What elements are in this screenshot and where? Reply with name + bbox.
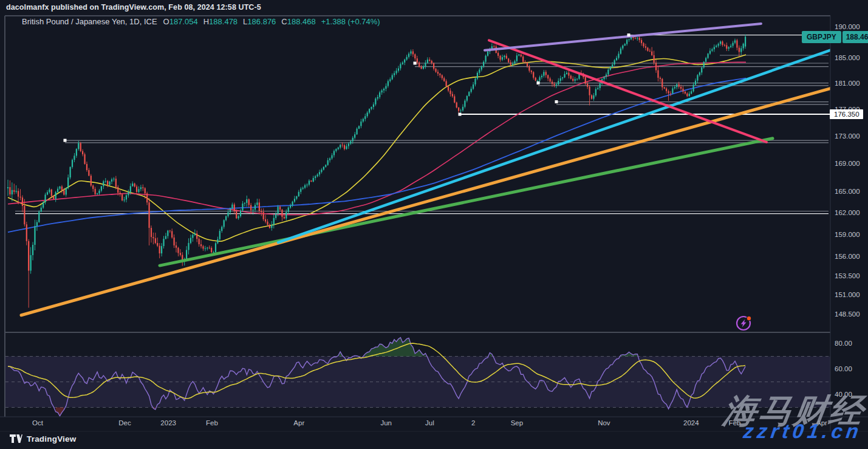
price-axis-label: 165.000 bbox=[835, 188, 860, 195]
price-axis-label: 151.000 bbox=[835, 291, 860, 298]
time-axis-label: Apr bbox=[293, 419, 304, 427]
time-axis-label: Dec bbox=[118, 419, 131, 427]
time-axis-label: Feb bbox=[206, 419, 218, 427]
price-axis-label: 162.000 bbox=[835, 209, 860, 216]
orange-support bbox=[21, 89, 830, 315]
price-pane[interactable] bbox=[7, 24, 830, 315]
tradingview-logo[interactable]: TradingView bbox=[10, 434, 76, 444]
price-axis-label: 181.000 bbox=[835, 80, 860, 87]
price-axis-label: 173.000 bbox=[835, 132, 860, 140]
time-axis-label: Nov bbox=[598, 419, 610, 427]
time-axis-label: Jun bbox=[380, 419, 392, 427]
ohlc-h: H188.478 bbox=[203, 17, 238, 26]
boost-button[interactable] bbox=[734, 314, 754, 335]
tradingview-logo-text: TradingView bbox=[27, 434, 76, 444]
rsi-axis-label: 60.00 bbox=[835, 365, 852, 372]
ohlc-o: O187.054 bbox=[163, 17, 198, 26]
price-axis-label: 153.500 bbox=[835, 272, 860, 279]
price-axis-label: 159.000 bbox=[835, 231, 860, 238]
price-axis-label: 148.500 bbox=[835, 310, 860, 318]
symbol-badge-label: GBPJPY bbox=[802, 31, 841, 43]
symbol-price-badge: GBPJPY 188.468 bbox=[802, 31, 868, 43]
time-axis-label: Oct bbox=[32, 419, 43, 427]
symbol-badge-price: 188.468 bbox=[842, 31, 868, 43]
price-line-badge: 176.350 bbox=[830, 109, 863, 119]
symbol-legend: British Pound / Japanese Yen, 1D, ICEO18… bbox=[22, 17, 380, 26]
symbol-title: British Pound / Japanese Yen, 1D, ICE bbox=[22, 17, 157, 26]
green-support bbox=[160, 139, 773, 266]
chart-canvas[interactable] bbox=[0, 0, 868, 449]
tradingview-mark-icon bbox=[10, 434, 22, 444]
time-axis-label: 2024 bbox=[683, 419, 699, 427]
time-axis-label: 2023 bbox=[160, 419, 176, 427]
rsi-pane[interactable] bbox=[5, 338, 830, 416]
time-axis-label: 2 bbox=[471, 419, 475, 427]
ohlc-l: L186.876 bbox=[243, 17, 276, 26]
lightning-circle-icon bbox=[734, 314, 754, 333]
candlesticks bbox=[7, 35, 746, 308]
tradingview-chart-screenshot: dacolmanfx published on TradingView.com,… bbox=[0, 0, 868, 449]
time-axis-label: Sep bbox=[511, 419, 523, 427]
price-axis-label: 185.000 bbox=[835, 54, 860, 61]
rsi-axis-label: 80.00 bbox=[835, 340, 852, 347]
price-axis-label: 190.000 bbox=[835, 23, 860, 30]
time-axis-label: Jul bbox=[425, 419, 434, 427]
change-value: +1.388 (+0.74%) bbox=[321, 17, 380, 26]
price-axis-label: 156.000 bbox=[835, 253, 860, 260]
price-axis-label: 169.000 bbox=[835, 160, 860, 167]
ohlc-values: O187.054H188.478L186.876C188.468 bbox=[163, 17, 321, 26]
watermark-url[interactable]: zzrt01.cn bbox=[742, 420, 864, 443]
ohlc-c: C188.468 bbox=[281, 17, 315, 26]
